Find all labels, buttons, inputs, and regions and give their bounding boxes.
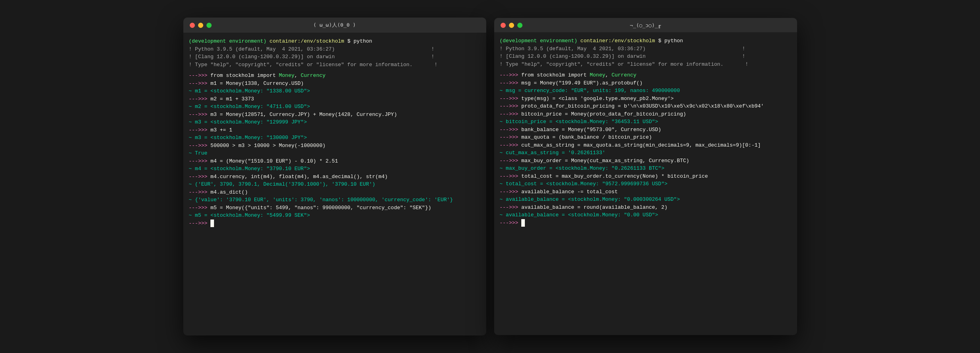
repl-out-3: ~ m2 = <stockholm.Money: "4711.00 USD"> bbox=[189, 103, 481, 111]
shell-prompt-right: (development environment) container:/env… bbox=[500, 37, 791, 45]
repl-r-line-11: --->>> available_balance -= total_cost bbox=[500, 188, 791, 196]
python-info-2: ! [Clang 12.0.0 (clang-1200.0.32.29)] on… bbox=[189, 53, 481, 61]
container-path-right: container:/env/stockholm bbox=[580, 38, 655, 44]
python-info-r1: ! Python 3.9.5 (default, May 4 2021, 03:… bbox=[500, 45, 791, 53]
title-bar-right: ¬_(○_ɔ○)_╓ bbox=[494, 18, 797, 32]
traffic-lights-left bbox=[190, 23, 212, 28]
repl-r-out-11: ~ available_balance = <stockholm.Money: … bbox=[500, 196, 791, 204]
repl-r-line-9: --->>> max_buy_order = Money(cut_max_as_… bbox=[500, 157, 791, 165]
repl-r-line-6: --->>> bank_balance = Money("9573.00", C… bbox=[500, 126, 791, 134]
close-button-right[interactable] bbox=[501, 23, 506, 28]
repl-r-line-5: --->>> bitcoin_price = Money(proto_data_… bbox=[500, 110, 791, 118]
repl-prompt-last-right: --->>> bbox=[500, 219, 791, 227]
python-info-3: ! Type "help", "copyright", "credits" or… bbox=[189, 61, 481, 69]
cursor-left bbox=[210, 220, 214, 227]
repl-r-line-10: --->>> total_cost = max_buy_order.to_cur… bbox=[500, 173, 791, 180]
repl-r-line-4: --->>> proto_data_for_bitcoin_pricing = … bbox=[500, 102, 791, 110]
repl-line-9: --->>> m4.as_dict() bbox=[189, 188, 481, 196]
repl-r-line-8: --->>> cut_max_as_string = max_quota.as_… bbox=[500, 141, 791, 149]
repl-line-2: --->>> m1 = Money(1338, Currency.USD) bbox=[189, 80, 481, 88]
repl-out-7: ~ m4 = <stockholm.Money: "3790.10 EUR"> bbox=[189, 165, 481, 173]
window-title-right: ¬_(○_ɔ○)_╓ bbox=[630, 22, 661, 28]
repl-out-9: ~ {'value': '3790.10 EUR', 'units': 3790… bbox=[189, 196, 481, 204]
repl-out-10: ~ m5 = <stockholm.Money: "5499.99 SEK"> bbox=[189, 212, 481, 220]
repl-line-3: --->>> m2 = m1 + 3373 bbox=[189, 95, 481, 103]
container-path: container:/env/stockholm bbox=[269, 38, 344, 44]
repl-r-out-5: ~ bitcoin_price = <stockholm.Money: "364… bbox=[500, 118, 791, 126]
repl-line-1: --->>> from stockholm import Money, Curr… bbox=[189, 72, 481, 80]
maximize-button[interactable] bbox=[206, 23, 212, 28]
terminal-body-right: (development environment) container:/env… bbox=[494, 32, 797, 335]
repl-line-4: --->>> m3 = Money(128571, Currency.JPY) … bbox=[189, 111, 481, 119]
repl-out-5: ~ m3 = <stockholm.Money: "130000 JPY"> bbox=[189, 134, 481, 142]
terminal-window-left: ( ω_ω)人(θ_θ ) (development environment) … bbox=[183, 18, 486, 335]
repl-r-line-2: --->>> msg = Money("199.49 EUR").as_prot… bbox=[500, 79, 791, 87]
python-info-r3: ! Type "help", "copyright", "credits" or… bbox=[500, 61, 791, 69]
repl-line-8: --->>> m4.currency, int(m4), float(m4), … bbox=[189, 173, 481, 181]
cursor-right bbox=[521, 219, 525, 227]
traffic-lights-right bbox=[501, 23, 522, 28]
repl-r-line-7: --->>> max_quota = (bank_balance / bitco… bbox=[500, 133, 791, 141]
repl-r-line-1: --->>> from stockholm import Money, Curr… bbox=[500, 71, 791, 79]
repl-line-5: --->>> m3 += 1 bbox=[189, 126, 481, 134]
python-info: ! Python 3.9.5 (default, May 4 2021, 03:… bbox=[189, 45, 481, 53]
repl-r-line-3: --->>> type(msg) = <class 'google.type.m… bbox=[500, 95, 791, 103]
repl-line-6: --->>> 500000 > m3 > 10000 > Money(-1000… bbox=[189, 142, 481, 150]
window-title-left: ( ω_ω)人(θ_θ ) bbox=[313, 22, 356, 29]
shell-prompt-left: (development environment) container:/env… bbox=[189, 37, 481, 45]
repl-line-10: --->>> m5 = Money({"units": 5499, "nanos… bbox=[189, 204, 481, 212]
repl-r-out-9: ~ max_buy_order = <stockholm.Money: "0.2… bbox=[500, 165, 791, 173]
minimize-button[interactable] bbox=[198, 23, 203, 28]
repl-prompt-last-left: --->>> bbox=[189, 220, 481, 227]
repl-out-8: ~ ('EUR', 3790, 3790.1, Decimal('3790.10… bbox=[189, 180, 481, 188]
terminal-body-left: (development environment) container:/env… bbox=[183, 33, 486, 335]
repl-r-line-12: --->>> available_balance = round(availab… bbox=[500, 204, 791, 212]
repl-r-out-10: ~ total_cost = <stockholm.Money: "9572.9… bbox=[500, 180, 791, 188]
repl-out-2: ~ m1 = <stockholm.Money: "1338.00 USD"> bbox=[189, 87, 481, 95]
minimize-button-right[interactable] bbox=[509, 23, 514, 28]
terminal-window-right: ¬_(○_ɔ○)_╓ (development environment) con… bbox=[494, 18, 797, 335]
repl-out-6: ~ True bbox=[189, 149, 481, 157]
dev-env-label-right: (development environment) bbox=[500, 38, 577, 44]
dev-env-label: (development environment) bbox=[189, 38, 267, 44]
repl-r-out-2: ~ msg = currency_code: "EUR", units: 199… bbox=[500, 87, 791, 95]
maximize-button-right[interactable] bbox=[517, 23, 522, 28]
repl-line-7: --->>> m4 = (Money("1510.10 EUR") - 0.10… bbox=[189, 157, 481, 165]
repl-out-4: ~ m3 = <stockholm.Money: "129999 JPY"> bbox=[189, 118, 481, 126]
close-button[interactable] bbox=[190, 23, 195, 28]
repl-r-out-8: ~ cut_max_as_string = '0.26261133' bbox=[500, 149, 791, 157]
title-bar-left: ( ω_ω)人(θ_θ ) bbox=[183, 18, 486, 33]
python-info-r2: ! [Clang 12.0.0 (clang-1200.0.32.29)] on… bbox=[500, 53, 791, 61]
repl-r-out-12: ~ available_balance = <stockholm.Money: … bbox=[500, 211, 791, 219]
